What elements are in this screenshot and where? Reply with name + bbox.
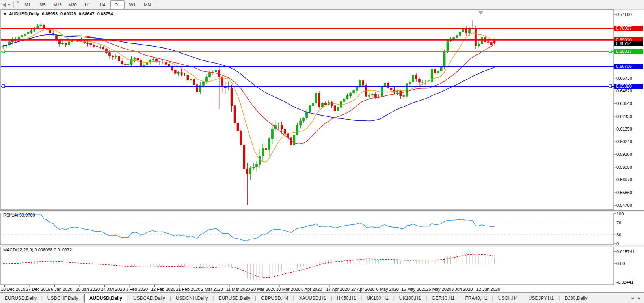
hline-handle[interactable] [609,85,612,88]
candle-body [112,56,114,57]
chart-tab-usdcnh-daily[interactable]: USDCNH,Daily [171,294,212,302]
candle-body [462,28,464,32]
chart-tab-bar: EURUSD,Daily|USDCHF,Daily|AUDUSD,Daily|U… [0,292,644,303]
price-badge-0.68754: 0.68754 [614,41,643,46]
price-badge-0.70007: 0.70007 [614,26,643,31]
candle-body [268,139,270,150]
date-label: 3 Jun 2020 [451,287,473,292]
chart-tab-usdcad-daily[interactable]: USDCAD,Daily [128,294,170,302]
candle-body [356,87,358,91]
macd-signal-value: 0.010972 [54,247,72,252]
candle-body [419,79,421,82]
candle-body [303,118,305,121]
date-label: 27 Dec 2019 [26,287,50,292]
date-label: 15 May 2020 [401,287,426,292]
chart-tab-xauusd-h1[interactable]: XAUUSD,H1 [294,294,331,302]
candle-body [256,164,258,167]
candle-body [221,77,223,87]
chart-shift-marker[interactable] [478,11,484,15]
candle-body [453,38,455,39]
candle-body [253,167,255,168]
date-label: 24 Jan 2020 [101,287,125,292]
date-label: 2 Mar 2020 [201,287,223,292]
date-label: 8 Apr 2020 [301,287,322,292]
tab-scroll-arrows: ◄ ► [631,296,641,300]
ma-8-line [3,29,495,162]
candle-body [215,70,217,72]
rsi-plot-area[interactable] [1,214,614,241]
candle-body [296,125,298,135]
price-tick-label: 0.55860 [616,190,632,195]
candle-body [440,67,442,71]
chart-tab-eurusd-daily[interactable]: EURUSD,Daily [214,294,255,302]
macd-signal-line [3,254,495,278]
candle-body [350,93,352,95]
ohlc-low: 0.68647 [79,11,95,16]
candle-body [475,28,476,46]
price-tick-label: 0.56970 [616,177,632,182]
candle-body [340,101,342,107]
rsi-axis-label: 100 [616,211,624,217]
price-tick-label: 0.65730 [616,76,632,81]
mt4-chart-window: ▼ M1M5M15M30H1H4D1W1MN ▼AUDUSD,Daily0.68… [0,0,644,303]
hline-handle[interactable] [2,85,5,88]
candle-body [106,49,108,53]
panel-separator[interactable] [0,245,644,247]
chart-tab-usoil-h4[interactable]: USOil,H4 [493,294,523,302]
chart-tab-dj30-daily[interactable]: DJ30,Daily [560,294,592,302]
candle-body [312,103,314,106]
price-tick-label: 0.61350 [616,127,632,132]
chart-tab-audusd-daily[interactable]: AUDUSD,Daily [84,294,127,303]
chart-tab-uk100-h1[interactable]: UK100,H1 [395,294,426,302]
candle-body [277,125,279,125]
tab-scroll-left-icon[interactable]: ◄ [631,296,634,300]
candle-body [387,83,389,88]
date-label: 21 Feb 2020 [176,287,201,292]
candle-body [174,70,176,73]
tab-scroll-right-icon[interactable]: ► [637,296,641,300]
date-label: 17 Apr 2020 [326,287,350,292]
candle-body [421,82,423,82]
macd-plot-area[interactable] [3,253,495,281]
candle-body [121,61,123,64]
chart-tab-usdchf-daily[interactable]: USDCHF,Daily [43,294,83,302]
chart-tab-ger30-h1[interactable]: GER30,H1 [427,294,459,302]
date-label: 18 Dec 2019 [1,287,25,292]
ohlc-high: 0.69126 [60,11,76,16]
hline-handle[interactable] [609,50,612,53]
candle-body [240,131,242,145]
chart-tab-uk100-h1[interactable]: UK100,H1 [362,294,393,302]
candle-body [346,96,348,99]
candle-body [478,44,480,46]
candle-body [30,31,32,32]
price-badge-0.66706: 0.66706 [614,64,643,69]
price-tick-label: 0.54780 [616,203,632,208]
macd-axis-label: 0.00 [616,261,625,266]
candle-body [140,60,142,66]
chart-tab-eurusd-daily[interactable]: EURUSD,Daily [0,294,41,302]
chart-collapse-caret[interactable]: ▼ [3,12,7,16]
panel-separator[interactable] [0,210,644,213]
candle-body [447,41,449,52]
candle-body [337,107,339,111]
candle-body [99,47,101,47]
candle-body [190,79,192,80]
candle-body [459,32,461,36]
main-plot-area[interactable] [1,20,614,205]
candle-body [184,75,186,75]
candle-body [428,82,430,82]
chart-tab-fra40-h1[interactable]: FRA40,H1 [460,294,492,302]
candle-body [271,129,273,139]
hline-handle[interactable] [2,50,5,53]
candle-body [262,149,264,156]
candle-body [265,149,267,150]
chart-tab-usdjpy-h1[interactable]: USDJPY,H1 [524,294,558,302]
candle-body [177,72,179,73]
candle-body [27,32,29,34]
chart-canvas[interactable] [0,0,644,303]
candle-body [368,95,370,96]
candle-body [381,87,383,97]
price-tick-label: 0.71190 [616,12,632,17]
chart-tab-gbpusd-h4[interactable]: GBPUSD,H4 [256,294,293,302]
chart-tab-hk50-h1[interactable]: HK50,H1 [332,294,361,302]
